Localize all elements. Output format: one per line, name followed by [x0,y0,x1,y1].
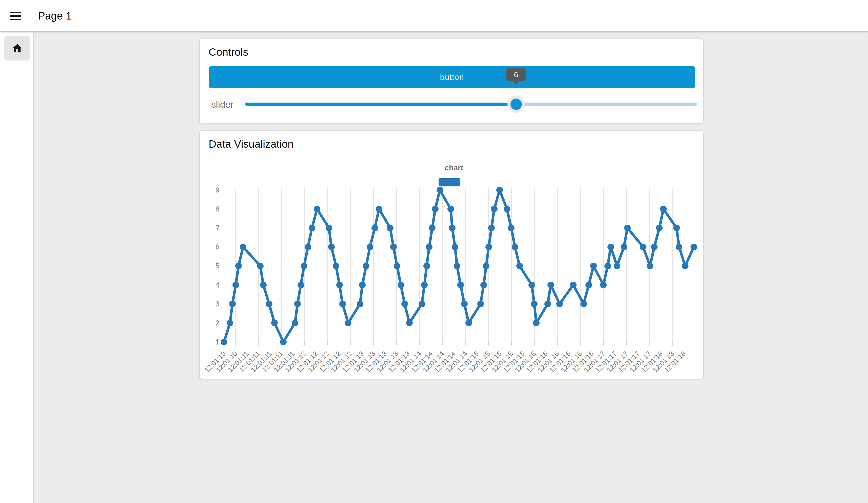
data-point [294,301,301,307]
data-point [423,263,430,269]
data-point [570,281,577,288]
slider[interactable]: 6 [245,90,697,118]
data-point [240,244,246,250]
data-point [397,281,404,288]
data-point [656,225,663,231]
y-tick-label: 8 [216,205,219,213]
data-point [366,244,373,250]
data-point [426,244,433,250]
data-point [465,320,472,326]
data-point [590,263,597,269]
data-point [309,225,315,231]
data-point [647,263,653,269]
data-point [512,244,518,250]
data-point [390,244,397,250]
data-point [447,206,454,212]
data-point [436,187,443,193]
data-point [449,225,455,231]
home-icon [11,43,23,54]
data-point [432,206,438,212]
data-point [651,244,658,250]
data-point [298,281,304,288]
y-tick-label: 3 [216,300,219,308]
y-tick-label: 9 [216,186,219,194]
top-bar: Page 1 [0,0,868,32]
data-point [491,206,498,212]
data-point [314,206,320,212]
home-button[interactable] [4,36,30,61]
data-point [528,281,535,288]
data-point [485,244,492,250]
data-point [516,263,523,269]
data-point [401,301,408,307]
data-point [336,281,343,288]
chart-title: chart [445,163,463,172]
data-point [260,281,267,288]
y-tick-label: 7 [216,224,219,232]
data-point [235,263,242,269]
data-point [232,281,239,288]
data-point [545,301,551,307]
data-point [394,263,400,269]
data-point [533,320,540,326]
data-point [608,244,614,250]
data-point [676,244,682,250]
data-point [461,301,468,307]
data-point [488,225,495,231]
data-point [640,244,647,250]
data-point [682,263,689,269]
data-point [621,244,627,250]
data-point [292,320,298,326]
data-point [326,225,332,231]
data-point [452,244,458,250]
slider-tooltip: 6 [506,68,526,81]
data-point [227,320,233,326]
action-button[interactable]: button [209,66,695,88]
controls-card-title: Controls [209,46,248,58]
data-point [429,225,435,231]
legend-swatch[interactable] [438,178,460,186]
data-point [586,281,592,288]
data-point [556,301,563,307]
viz-card: Data Visualization 12:01:1012:01:1012:01… [199,131,704,379]
data-point [673,225,680,231]
controls-card: Controls button slider 6 [199,39,704,124]
data-point [304,244,311,250]
data-point [357,301,363,307]
data-point [496,187,503,193]
slider-tooltip-value: 6 [514,70,518,79]
tooltip-pointer-icon [513,81,519,85]
data-point [266,301,272,307]
data-point [339,301,346,307]
data-point [271,320,278,326]
data-point [480,281,487,288]
data-point [483,263,489,269]
line-chart[interactable]: 12:01:1012:01:1012:01:1112:01:1112:01:11… [203,157,709,382]
data-point [328,244,335,250]
data-point [257,263,264,269]
data-point [691,244,697,250]
data-point [359,281,366,288]
data-point [600,281,607,288]
data-point [660,206,667,212]
hamburger-icon [10,12,25,20]
slider-handle[interactable] [510,99,522,110]
data-point [301,263,307,269]
data-point [387,225,393,231]
data-point [604,263,611,269]
data-point [477,301,484,307]
data-point [504,206,510,212]
menu-button[interactable] [10,9,25,23]
data-point [547,281,554,288]
data-point [624,225,631,231]
data-point [454,263,460,269]
data-point [221,339,227,345]
viz-card-title: Data Visualization [209,138,293,150]
data-point [614,263,620,269]
slider-label: slider [211,99,234,110]
data-point [345,320,351,326]
data-point [376,206,382,212]
data-point [531,301,538,307]
data-point [418,301,425,307]
page-title: Page 1 [38,0,72,32]
